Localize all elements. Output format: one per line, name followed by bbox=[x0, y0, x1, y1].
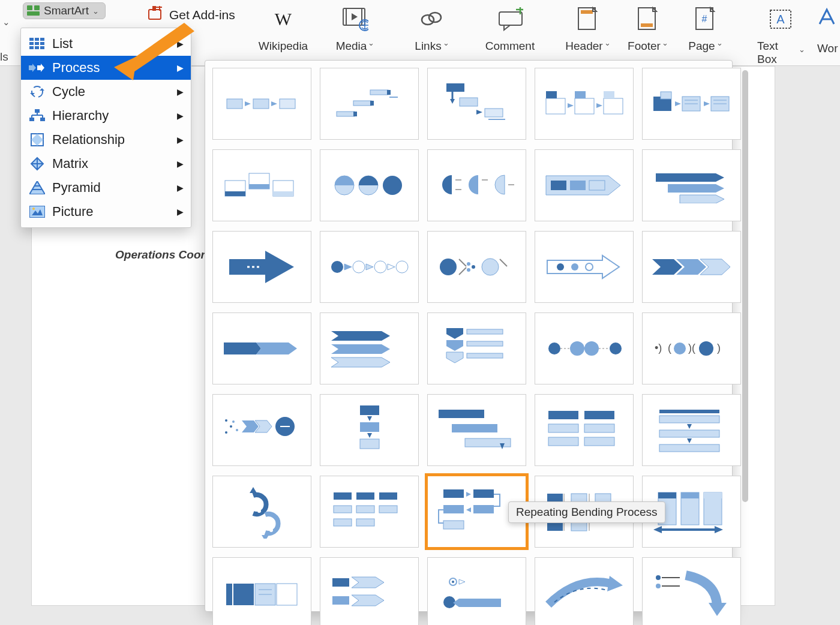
svg-rect-61 bbox=[227, 99, 242, 109]
process-tile-grid-boxes[interactable] bbox=[535, 394, 634, 466]
process-tile-circle-process[interactable] bbox=[320, 149, 419, 221]
footer-button[interactable]: Footer⌄ bbox=[624, 6, 672, 53]
process-tile-staggered[interactable] bbox=[427, 394, 526, 466]
svg-rect-218 bbox=[571, 522, 587, 531]
wordart-icon bbox=[817, 6, 839, 30]
process-tile-step-up[interactable] bbox=[320, 68, 419, 140]
scrollbar-thumb[interactable] bbox=[742, 70, 748, 502]
header-button[interactable]: Header⌄ bbox=[564, 6, 612, 53]
svg-rect-43 bbox=[40, 118, 45, 121]
svg-line-128 bbox=[459, 268, 466, 275]
svg-rect-56 bbox=[29, 206, 45, 218]
wordart-button-partial[interactable]: Wor bbox=[817, 6, 839, 55]
svg-point-155 bbox=[584, 341, 599, 356]
process-tile-dots-circles[interactable] bbox=[427, 231, 526, 303]
svg-marker-53 bbox=[29, 181, 45, 194]
process-tile-chevron-list[interactable] bbox=[320, 312, 419, 384]
text-box-button[interactable]: A Text Box⌄ bbox=[757, 6, 805, 66]
process-tile-double-chevron[interactable] bbox=[320, 557, 419, 625]
submenu-arrow-icon: ▶ bbox=[177, 159, 184, 169]
smartart-dropdown-button[interactable]: SmartArt ⌄ bbox=[23, 2, 106, 19]
category-matrix[interactable]: Matrix ▶ bbox=[21, 152, 191, 176]
svg-point-162 bbox=[699, 341, 713, 356]
process-tile-descending[interactable] bbox=[427, 68, 526, 140]
process-tile-linked-circles[interactable] bbox=[535, 312, 634, 384]
category-process[interactable]: Process ▶ bbox=[21, 56, 191, 80]
process-tile-vertical-chevron[interactable] bbox=[427, 312, 526, 384]
svg-marker-40 bbox=[30, 93, 35, 95]
process-tile-stacked-arrows[interactable] bbox=[642, 149, 741, 221]
addins-label: Get Add-ins bbox=[169, 8, 235, 22]
svg-rect-27 bbox=[29, 38, 34, 41]
svg-point-119 bbox=[331, 261, 343, 273]
svg-rect-198 bbox=[334, 492, 352, 500]
wikipedia-button[interactable]: W Wikipedia bbox=[259, 6, 307, 53]
svg-point-38 bbox=[32, 86, 43, 97]
svg-marker-192 bbox=[687, 438, 692, 443]
process-tile-pie-process[interactable] bbox=[427, 149, 526, 221]
svg-rect-68 bbox=[353, 101, 371, 106]
svg-marker-142 bbox=[256, 342, 297, 354]
matrix-icon bbox=[28, 157, 46, 171]
category-hierarchy[interactable]: Hierarchy ▶ bbox=[21, 104, 191, 128]
process-tile-arrow-strip[interactable] bbox=[535, 149, 634, 221]
category-list[interactable]: List ▶ bbox=[21, 32, 191, 56]
process-tile-vertical-flow[interactable] bbox=[320, 394, 419, 466]
links-icon bbox=[419, 6, 445, 32]
process-tile-converge-circle[interactable] bbox=[212, 394, 311, 466]
process-tile-split-arrow[interactable] bbox=[212, 312, 311, 384]
process-tile-chevron[interactable] bbox=[642, 231, 741, 303]
svg-rect-202 bbox=[356, 506, 374, 513]
category-pyramid[interactable]: Pyramid ▶ bbox=[21, 176, 191, 200]
links-button[interactable]: Links⌄ bbox=[408, 6, 456, 53]
process-tile-big-arrow[interactable] bbox=[212, 231, 311, 303]
chevron-down-icon: ⌄ bbox=[604, 38, 611, 47]
svg-rect-177 bbox=[360, 439, 379, 449]
svg-rect-189 bbox=[659, 416, 719, 423]
get-addins-button[interactable]: Get Add-ins bbox=[148, 6, 235, 24]
svg-marker-37 bbox=[37, 64, 44, 72]
svg-rect-246 bbox=[459, 599, 501, 607]
process-tile-circle-to-bar[interactable] bbox=[427, 557, 526, 625]
process-tile-basic[interactable] bbox=[212, 68, 311, 140]
svg-rect-98 bbox=[225, 191, 245, 196]
process-tile-tabbed-boxes[interactable] bbox=[212, 557, 311, 625]
category-cycle[interactable]: Cycle ▶ bbox=[21, 80, 191, 104]
svg-marker-62 bbox=[245, 101, 251, 106]
svg-rect-185 bbox=[584, 424, 614, 432]
process-tile-swoosh-arrow[interactable] bbox=[535, 557, 634, 625]
process-tile-circle-arrow-chain[interactable] bbox=[320, 231, 419, 303]
process-tile-bracket-circles[interactable]: •)()() bbox=[642, 312, 741, 384]
page-number-button[interactable]: # Page⌄ bbox=[682, 6, 730, 53]
process-tile-dotted-arrow[interactable] bbox=[535, 231, 634, 303]
svg-rect-32 bbox=[40, 42, 44, 45]
svg-rect-73 bbox=[446, 83, 464, 92]
ribbon-left-dropdown-caret[interactable]: ⌄ bbox=[2, 17, 10, 28]
media-button[interactable]: Media⌄ bbox=[331, 6, 379, 53]
svg-rect-111 bbox=[551, 181, 566, 190]
process-tile-alternating-flow[interactable] bbox=[642, 68, 741, 140]
svg-rect-147 bbox=[467, 329, 503, 334]
svg-rect-86 bbox=[604, 91, 614, 98]
process-tile-circular-bend[interactable] bbox=[212, 476, 311, 548]
category-picture[interactable]: Picture ▶ bbox=[21, 200, 191, 224]
process-tile-continuous-block[interactable] bbox=[212, 149, 311, 221]
addins-icon bbox=[148, 6, 164, 24]
process-tile-segmented-process[interactable] bbox=[320, 476, 419, 548]
svg-marker-174 bbox=[367, 416, 372, 421]
svg-rect-77 bbox=[485, 109, 503, 117]
comment-button[interactable]: Comment bbox=[480, 6, 540, 53]
svg-rect-233 bbox=[233, 584, 254, 605]
category-label: Hierarchy bbox=[52, 108, 109, 124]
category-relationship[interactable]: Relationship ▶ bbox=[21, 128, 191, 152]
process-tile-downward-stack[interactable] bbox=[642, 394, 741, 466]
svg-rect-213 bbox=[547, 494, 563, 502]
textbox-label: Text Box bbox=[757, 40, 797, 66]
svg-rect-182 bbox=[548, 411, 578, 419]
svg-marker-244 bbox=[459, 579, 465, 584]
process-tile-picture-accent[interactable] bbox=[535, 68, 634, 140]
process-tile-down-swoosh[interactable] bbox=[642, 557, 741, 625]
chevron-down-icon: ⌄ bbox=[799, 45, 805, 54]
svg-marker-176 bbox=[367, 433, 372, 438]
category-label: Pyramid bbox=[52, 180, 101, 196]
